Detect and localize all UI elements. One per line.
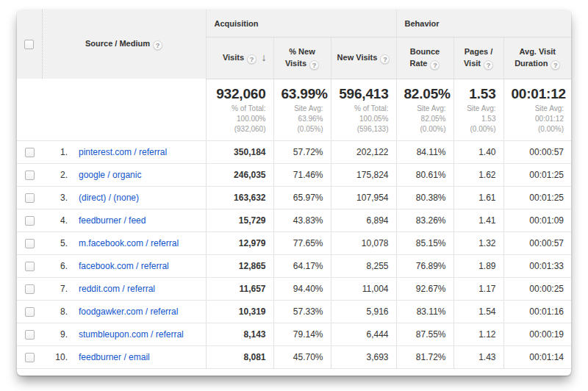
summary-new-visits-pct-sub: Site Avg: 63.96% (0.05%) [282,104,323,134]
bounce-rate-cell: 84.11% [396,140,453,163]
visits-cell: 246,035 [206,163,273,186]
group-header-acquisition: Acquisition [206,10,396,37]
avg-duration-cell: 00:01:25 [503,186,571,209]
row-checkbox[interactable] [25,148,35,157]
summary-new-visits-value: 596,413 [339,86,389,102]
help-icon[interactable] [380,54,390,64]
source-medium-link[interactable]: stumbleupon.com / referral [79,329,184,340]
table-row: 7.reddit.com / referral 11,657 94.40% 11… [17,277,571,300]
row-checkbox-cell [17,209,42,232]
source-medium-cell: 2.google / organic [42,163,206,186]
table-row: 1.pinterest.com / referral 350,184 57.72… [17,140,571,163]
new-visits-cell: 6,894 [331,209,396,232]
bounce-rate-cell: 76.89% [396,254,453,277]
row-checkbox-cell [17,323,42,345]
visits-cell: 8,143 [206,323,273,345]
bounce-rate-cell: 92.67% [396,277,453,300]
table-row: 8.foodgawker.com / referral 10,319 57.33… [17,300,571,323]
column-header-visits[interactable]: Visits [206,37,273,79]
summary-row: 932,060 % of Total: 100.00% (932,060) 63… [17,79,571,140]
column-header-source-medium[interactable]: Source / Medium [42,10,206,79]
help-icon[interactable] [430,60,440,70]
pages-visit-cell: 1.40 [453,140,503,163]
row-rank: 4. [49,215,68,226]
source-medium-link[interactable]: feedburner / email [79,352,150,362]
row-checkbox[interactable] [25,262,35,271]
row-checkbox[interactable] [25,193,35,203]
bounce-rate-cell: 80.61% [396,163,453,186]
row-checkbox[interactable] [25,330,35,340]
avg-duration-cell: 00:01:16 [503,300,571,323]
summary-visits-sub: % of Total: 100.00% (932,060) [214,104,266,134]
column-header-pages-visit[interactable]: Pages / Visit [453,37,503,79]
avg-duration-cell: 00:00:57 [503,140,571,163]
new-visits-pct-cell: 94.40% [273,277,331,300]
new-visits-cell: 11,004 [331,277,396,300]
new-visits-pct-cell: 71.46% [273,163,331,186]
analytics-table-card: Source / Medium Acquisition Behavior Vis… [17,10,571,376]
row-rank: 2. [49,170,68,180]
visits-cell: 163,632 [206,186,273,209]
source-medium-link[interactable]: foodgawker.com / referral [79,306,178,317]
help-icon[interactable] [551,60,560,70]
row-checkbox[interactable] [25,353,35,362]
source-medium-cell: 5.m.facebook.com / referral [42,232,206,254]
column-header-avg-duration[interactable]: Avg. Visit Duration [503,37,571,79]
visits-cell: 11,657 [206,277,273,300]
help-icon[interactable] [309,60,319,70]
source-medium-link[interactable]: m.facebook.com / referral [79,238,179,248]
bounce-rate-cell: 87.55% [396,323,453,345]
source-medium-link[interactable]: (direct) / (none) [79,193,139,203]
help-icon[interactable] [153,40,162,50]
table-row: 6.facebook.com / referral 12,865 64.17% … [17,254,571,277]
source-medium-link[interactable]: feedburner / feed [79,215,146,226]
row-checkbox[interactable] [25,284,35,294]
avg-duration-cell: 00:01:14 [503,345,571,368]
row-checkbox-cell [17,232,42,254]
new-visits-pct-cell: 65.97% [273,186,331,209]
row-checkbox[interactable] [25,239,35,248]
table-row: 3.(direct) / (none) 163,632 65.97% 107,9… [17,186,571,209]
row-checkbox[interactable] [25,171,35,180]
row-rank: 1. [49,147,68,157]
row-checkbox[interactable] [25,307,35,317]
row-rank: 3. [49,193,68,203]
summary-section: 932,060 % of Total: 100.00% (932,060) 63… [17,79,571,140]
source-medium-link[interactable]: google / organic [79,170,141,180]
help-icon[interactable] [247,54,257,64]
row-rank: 9. [49,329,68,340]
pages-visit-cell: 1.17 [453,277,503,300]
summary-new-visits-pct-value: 63.99% [282,86,323,102]
new-visits-cell: 8,255 [331,254,396,277]
row-checkbox[interactable] [25,216,35,226]
summary-bounce-rate-value: 82.05% [404,86,446,102]
column-header-new-visits-pct[interactable]: % New Visits [273,37,331,79]
row-checkbox-cell [17,300,42,323]
source-medium-link[interactable]: pinterest.com / referral [79,147,167,157]
new-visits-cell: 5,916 [331,300,396,323]
table-row: 5.m.facebook.com / referral 12,979 77.65… [17,232,571,254]
select-all-checkbox[interactable] [24,40,34,49]
summary-avg-duration: 00:01:12 Site Avg: 00:01:12 (0.00%) [503,79,571,140]
column-header-bounce-rate[interactable]: Bounce Rate [396,37,453,79]
visits-label: Visits [223,53,244,62]
visits-cell: 350,184 [206,140,273,163]
visits-cell: 10,319 [206,300,273,323]
visits-cell: 8,081 [206,345,273,368]
summary-visits-value: 932,060 [214,86,266,102]
row-rank: 7. [49,284,68,294]
new-visits-pct-cell: 57.72% [273,140,331,163]
new-visits-pct-cell: 45.70% [273,345,331,368]
summary-empty-source [42,79,206,140]
source-medium-link[interactable]: reddit.com / referral [79,284,155,294]
bounce-rate-cell: 80.38% [396,186,453,209]
summary-pages-visit-value: 1.53 [462,86,496,102]
bounce-rate-cell: 85.15% [396,232,453,254]
source-medium-link[interactable]: facebook.com / referral [79,261,169,271]
new-visits-pct-cell: 79.14% [273,323,331,345]
new-visits-cell: 202,122 [331,140,396,163]
help-icon[interactable] [484,60,493,70]
sort-desc-icon[interactable] [262,50,267,65]
column-header-new-visits[interactable]: New Visits [331,37,396,79]
new-visits-label: New Visits [337,53,378,62]
